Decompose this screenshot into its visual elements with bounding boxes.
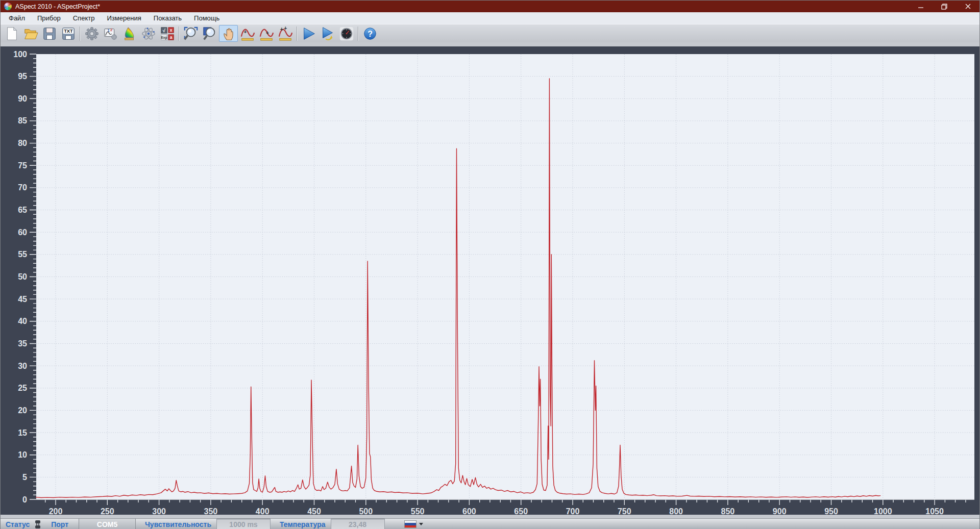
toolbar-separator (358, 27, 358, 41)
menu-measurements[interactable]: Измерения (101, 12, 147, 24)
x-axis-tick-label: 250 (101, 507, 114, 515)
y-axis-tick-label: 10 (18, 450, 27, 459)
export-txt-button[interactable]: TXT (59, 25, 78, 42)
toolbar-separator (80, 27, 80, 41)
title-bar: ASpect 2010 - ASpectProject* (1, 1, 979, 12)
menu-view[interactable]: Показать (148, 12, 188, 24)
connection-icon (34, 520, 42, 529)
minimize-button[interactable] (909, 1, 933, 12)
zoom-region-icon (183, 26, 199, 41)
atom-button[interactable] (139, 25, 158, 42)
help-button[interactable]: ? (360, 25, 379, 42)
x-axis-tick-label: 400 (256, 507, 270, 515)
y-axis-tick-label: 80 (18, 139, 27, 147)
x-axis-tick-label: 900 (773, 507, 787, 515)
y-axis-tick-label: 60 (18, 228, 27, 237)
x-axis-tick-label: 650 (514, 507, 528, 515)
restore-icon (941, 4, 947, 10)
spectrum-chart[interactable]: 2002503003504004505005506006507007508008… (1, 46, 979, 515)
x-axis-tick-label: 200 (49, 507, 63, 515)
add-spectrum-middle-icon: + (258, 26, 275, 41)
start-measurement-button[interactable] (299, 25, 318, 42)
minimize-icon (918, 4, 924, 9)
y-axis-tick-label: 20 (18, 406, 27, 415)
export-txt-icon: TXT (61, 26, 76, 41)
txt-label: TXT (64, 29, 73, 34)
x-axis-tick-label: 850 (721, 507, 735, 515)
continuous-run-icon (320, 26, 335, 41)
measurement-setup-icon: 1 2 (103, 26, 118, 41)
y-axis-tick-label: 85 (18, 116, 27, 125)
menu-file[interactable]: Файл (3, 12, 31, 24)
continuous-run-button[interactable] (318, 25, 337, 42)
restore-button[interactable] (933, 1, 956, 12)
temperature-value-field: 23,48 (331, 519, 385, 529)
plus-glyph: + (280, 27, 283, 32)
y-axis-tick-label: 100 (13, 50, 27, 59)
new-document-icon (4, 26, 19, 41)
y-axis-tick-label: 35 (18, 339, 27, 348)
toolbar-separator (179, 27, 179, 41)
app-logo-icon (4, 3, 12, 10)
x-axis-tick-label: 500 (359, 507, 373, 515)
y-axis-tick-label: 55 (18, 250, 27, 259)
pan-hand-button[interactable] (219, 25, 238, 42)
x-axis-tick-label: 750 (618, 507, 631, 515)
y-axis-tick-label: 30 (18, 362, 27, 370)
x-axis-tick-label: 800 (669, 507, 683, 515)
status-label: Статус (6, 520, 30, 528)
math-a-label: a (169, 35, 172, 40)
save-icon (42, 26, 57, 41)
toolbar-chart-gap (1, 42, 979, 46)
language-selector[interactable] (404, 520, 423, 528)
zoom-region-button[interactable] (181, 25, 200, 42)
measurement-setup-button[interactable]: 1 2 (101, 25, 120, 42)
timer-icon (339, 26, 354, 41)
add-spectrum-button[interactable]: + (238, 25, 257, 42)
math-functions-button[interactable]: √ x Exp a (158, 25, 177, 42)
spectrum-plot[interactable]: 2002503003504004505005506006507007508008… (1, 46, 980, 515)
add-spectrum-icon: + (239, 26, 256, 41)
plus-glyph: + (284, 26, 287, 31)
x-axis-tick-label: 350 (204, 507, 218, 515)
settings-button[interactable] (82, 25, 101, 42)
open-project-button[interactable] (21, 25, 40, 42)
menu-help[interactable]: Помощь (188, 12, 226, 24)
temperature-label: Температура (280, 520, 326, 528)
plus-glyph: + (243, 29, 247, 35)
port-value-field[interactable]: COM5 (79, 519, 136, 529)
sensitivity-label: Чувствительность (145, 520, 211, 528)
y-axis-tick-label: 0 (22, 495, 27, 504)
menu-spectrum[interactable]: Спектр (67, 12, 101, 24)
y-axis-tick-label: 70 (18, 183, 27, 192)
y-axis-tick-label: 75 (18, 161, 27, 170)
add-spectrum-double-button[interactable]: + + (276, 25, 295, 42)
sensitivity-value-field[interactable]: 1000 ms (216, 519, 271, 529)
close-icon (965, 4, 971, 9)
color-diagram-button[interactable] (120, 25, 139, 42)
y-axis-tick-label: 5 (22, 473, 27, 482)
y-axis-tick-label: 40 (18, 317, 27, 325)
x-axis-tick-label: 1050 (925, 507, 944, 515)
y-axis-tick-label: 50 (18, 272, 27, 281)
window-title: ASpect 2010 - ASpectProject* (15, 3, 909, 10)
math-functions-icon: √ x Exp a (160, 26, 175, 41)
help-icon: ? (362, 26, 378, 41)
x-axis-tick-label: 300 (152, 507, 166, 515)
measure-1-label: 1 (107, 28, 109, 33)
menu-bar: Файл Прибор Спектр Измерения Показать По… (1, 12, 979, 24)
toolbar-separator (297, 27, 297, 41)
new-document-button[interactable] (2, 25, 21, 42)
close-button[interactable] (956, 1, 979, 12)
cie-color-icon (122, 26, 137, 41)
y-axis-tick-label: 95 (18, 72, 27, 81)
add-spectrum-middle-button[interactable]: + (257, 25, 276, 42)
timer-button[interactable] (337, 25, 356, 42)
zoom-window-button[interactable] (200, 25, 219, 42)
chart-status-gap (1, 515, 979, 518)
settings-gear-icon (84, 26, 100, 41)
port-label: Порт (51, 520, 68, 528)
menu-instrument[interactable]: Прибор (31, 12, 67, 24)
help-label: ? (368, 29, 373, 38)
save-button[interactable] (40, 25, 59, 42)
